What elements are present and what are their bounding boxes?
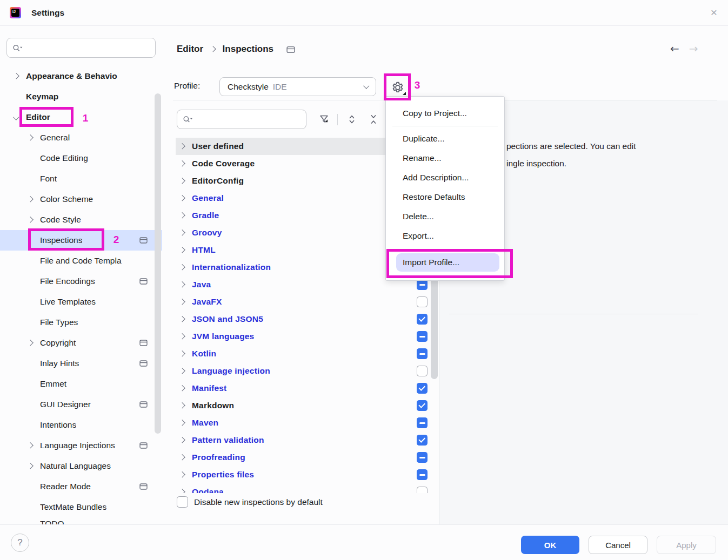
- breadcrumb-editor[interactable]: Editor: [177, 44, 203, 55]
- menu-item-duplicate[interactable]: Duplicate...: [386, 129, 504, 149]
- chevron-right-icon[interactable]: [179, 386, 185, 392]
- chevron-right-icon[interactable]: [179, 351, 185, 357]
- checkbox-indeterminate[interactable]: [417, 417, 428, 428]
- chevron-right-icon[interactable]: [179, 316, 185, 322]
- profile-dropdown[interactable]: Checkstyle IDE: [219, 77, 376, 96]
- sidebar-item-code-style[interactable]: Code Style: [0, 210, 162, 230]
- sidebar-item-inlay-hints[interactable]: Inlay Hints: [0, 353, 162, 374]
- ok-button[interactable]: OK: [521, 536, 579, 554]
- sidebar-item-natural-languages[interactable]: Natural Languages: [0, 456, 162, 476]
- sidebar-item-file-and-code-templates[interactable]: File and Code Templa: [0, 251, 162, 271]
- tree-group-markdown[interactable]: Markdown: [176, 397, 439, 414]
- sidebar-item-emmet[interactable]: Emmet: [0, 374, 162, 394]
- checkbox-unchecked[interactable]: [417, 487, 428, 493]
- filter-button[interactable]: [318, 112, 332, 126]
- sidebar-item-general[interactable]: General: [0, 127, 162, 148]
- menu-item-copy-to-project[interactable]: Copy to Project...: [386, 104, 504, 123]
- chevron-right-icon[interactable]: [179, 144, 185, 150]
- chevron-right-icon[interactable]: [179, 282, 185, 288]
- chevron-right-icon[interactable]: [179, 178, 185, 184]
- chevron-right-icon[interactable]: [27, 217, 33, 223]
- chevron-right-icon[interactable]: [179, 472, 185, 478]
- chevron-right-icon[interactable]: [27, 197, 33, 203]
- forward-arrow-icon[interactable]: →: [689, 42, 698, 55]
- checkbox-checked[interactable]: [417, 314, 428, 325]
- checkbox-unchecked[interactable]: [417, 366, 428, 376]
- checkbox-indeterminate[interactable]: [417, 331, 428, 342]
- checkbox-indeterminate[interactable]: [417, 348, 428, 359]
- chevron-right-icon[interactable]: [27, 135, 33, 141]
- menu-item-export[interactable]: Export...: [386, 226, 504, 246]
- sidebar-item-gui-designer[interactable]: GUI Designer: [0, 394, 162, 415]
- checkbox-checked[interactable]: [417, 400, 428, 411]
- sidebar-scrollbar[interactable]: [155, 93, 161, 434]
- sidebar-item-inspections[interactable]: Inspections: [0, 230, 162, 251]
- chevron-right-icon[interactable]: [179, 247, 185, 253]
- sidebar-item-live-templates[interactable]: Live Templates: [0, 292, 162, 312]
- chevron-right-icon[interactable]: [27, 340, 33, 346]
- expand-all-button[interactable]: [345, 112, 359, 126]
- checkbox-indeterminate[interactable]: [417, 452, 428, 463]
- tree-group-language-injection[interactable]: Language injection: [176, 362, 439, 380]
- chevron-right-icon[interactable]: [179, 334, 185, 340]
- chevron-right-icon[interactable]: [27, 443, 33, 449]
- tree-group-json-and-json5[interactable]: JSON and JSON5: [176, 311, 439, 328]
- chevron-down-icon[interactable]: [13, 114, 19, 120]
- sidebar-item-language-injections[interactable]: Language Injections: [0, 435, 162, 456]
- chevron-right-icon[interactable]: [179, 230, 185, 236]
- sidebar-item-copyright[interactable]: Copyright: [0, 333, 162, 353]
- chevron-right-icon[interactable]: [179, 265, 185, 271]
- sidebar-item-code-editing[interactable]: Code Editing: [0, 148, 162, 168]
- tree-group-qodana[interactable]: Qodana: [176, 483, 439, 493]
- sidebar-item-file-encodings[interactable]: File Encodings: [0, 271, 162, 292]
- checkbox-indeterminate[interactable]: [417, 279, 428, 290]
- chevron-right-icon[interactable]: [179, 161, 185, 167]
- tree-group-manifest[interactable]: Manifest: [176, 380, 439, 397]
- checkbox-checked[interactable]: [417, 383, 428, 394]
- menu-item-import-profile[interactable]: Import Profile...: [396, 253, 499, 272]
- disable-new-inspections-checkbox[interactable]: [177, 496, 188, 508]
- sidebar-item-color-scheme[interactable]: Color Scheme: [0, 189, 162, 210]
- sidebar-search-input[interactable]: [23, 43, 150, 52]
- menu-item-restore-defaults[interactable]: Restore Defaults: [386, 187, 504, 207]
- menu-item-delete[interactable]: Delete...: [386, 207, 504, 226]
- tree-group-proofreading[interactable]: Proofreading: [176, 449, 439, 466]
- sidebar-item-file-types[interactable]: File Types: [0, 312, 162, 333]
- back-arrow-icon[interactable]: ←: [670, 42, 679, 55]
- sidebar-item-keymap[interactable]: Keymap: [0, 86, 162, 107]
- chevron-right-icon[interactable]: [179, 489, 185, 493]
- chevron-right-icon[interactable]: [179, 403, 185, 409]
- tree-group-javafx[interactable]: JavaFX: [176, 293, 439, 311]
- sidebar-item-appearance-behavior[interactable]: Appearance & Behavio: [0, 66, 162, 86]
- chevron-right-icon[interactable]: [179, 299, 185, 305]
- sidebar-search[interactable]: [6, 38, 156, 58]
- tree-group-maven[interactable]: Maven: [176, 414, 439, 431]
- help-button[interactable]: ?: [11, 534, 29, 552]
- sidebar-item-font[interactable]: Font: [0, 168, 162, 189]
- chevron-right-icon[interactable]: [27, 463, 33, 469]
- menu-item-add-description[interactable]: Add Description...: [386, 168, 504, 187]
- checkbox-indeterminate[interactable]: [417, 469, 428, 480]
- chevron-right-icon[interactable]: [179, 213, 185, 219]
- chevron-right-icon[interactable]: [179, 368, 185, 374]
- chevron-right-icon[interactable]: [179, 455, 185, 461]
- inspections-search-input[interactable]: [193, 115, 300, 124]
- sidebar-item-todo[interactable]: TODO: [0, 514, 162, 524]
- sidebar-item-editor[interactable]: Editor: [0, 107, 162, 127]
- tree-group-kotlin[interactable]: Kotlin: [176, 345, 439, 362]
- tree-group-properties-files[interactable]: Properties files: [176, 466, 439, 483]
- checkbox-unchecked[interactable]: [417, 296, 428, 307]
- chevron-right-icon[interactable]: [179, 195, 185, 201]
- apply-button[interactable]: Apply: [657, 536, 716, 554]
- inspections-search[interactable]: [177, 110, 306, 129]
- collapse-all-button[interactable]: [366, 112, 380, 126]
- chevron-right-icon[interactable]: [179, 437, 185, 443]
- cancel-button[interactable]: Cancel: [589, 536, 647, 554]
- tree-group-jvm-languages[interactable]: JVM languages: [176, 328, 439, 345]
- close-icon[interactable]: ×: [707, 5, 721, 19]
- sidebar-item-intentions[interactable]: Intentions: [0, 415, 162, 435]
- chevron-right-icon[interactable]: [179, 420, 185, 426]
- sidebar-item-reader-mode[interactable]: Reader Mode: [0, 476, 162, 497]
- checkbox-checked[interactable]: [417, 435, 428, 446]
- tree-group-pattern-validation[interactable]: Pattern validation: [176, 431, 439, 449]
